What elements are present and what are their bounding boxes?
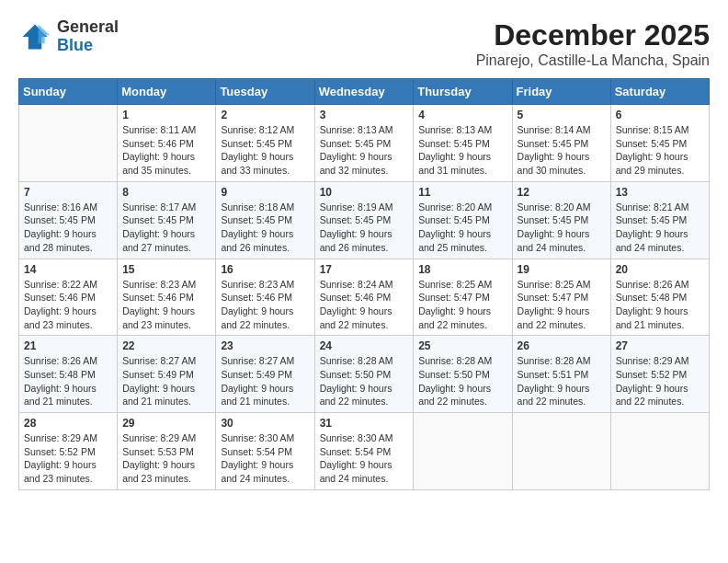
week-row-5: 28Sunrise: 8:29 AMSunset: 5:52 PMDayligh…: [19, 413, 710, 490]
day-number: 27: [616, 339, 704, 352]
calendar-cell: 27Sunrise: 8:29 AMSunset: 5:52 PMDayligh…: [610, 336, 709, 413]
calendar-cell: 20Sunrise: 8:26 AMSunset: 5:48 PMDayligh…: [610, 259, 709, 336]
page-header: General Blue December 2025 Pinarejo, Cas…: [18, 18, 710, 69]
week-row-4: 21Sunrise: 8:26 AMSunset: 5:48 PMDayligh…: [19, 336, 710, 413]
calendar-cell: 29Sunrise: 8:29 AMSunset: 5:53 PMDayligh…: [118, 413, 216, 490]
calendar-cell: 12Sunrise: 8:20 AMSunset: 5:45 PMDayligh…: [512, 181, 610, 259]
calendar-cell: [512, 413, 610, 490]
calendar-cell: 16Sunrise: 8:23 AMSunset: 5:46 PMDayligh…: [216, 259, 314, 336]
week-row-3: 14Sunrise: 8:22 AMSunset: 5:46 PMDayligh…: [19, 259, 710, 336]
calendar-cell: 2Sunrise: 8:12 AMSunset: 5:45 PMDaylight…: [216, 105, 314, 182]
cell-details: Sunrise: 8:27 AMSunset: 5:49 PMDaylight:…: [122, 354, 210, 408]
calendar-cell: 24Sunrise: 8:28 AMSunset: 5:50 PMDayligh…: [314, 336, 414, 413]
cell-details: Sunrise: 8:27 AMSunset: 5:49 PMDaylight:…: [221, 354, 309, 408]
calendar-table: SundayMondayTuesdayWednesdayThursdayFrid…: [18, 78, 710, 490]
calendar-cell: 7Sunrise: 8:16 AMSunset: 5:45 PMDaylight…: [19, 181, 118, 259]
weekday-header-friday: Friday: [512, 79, 610, 105]
day-number: 17: [320, 263, 409, 276]
calendar-cell: [414, 413, 512, 490]
cell-details: Sunrise: 8:25 AMSunset: 5:47 PMDaylight:…: [418, 278, 506, 332]
calendar-cell: 26Sunrise: 8:28 AMSunset: 5:51 PMDayligh…: [512, 336, 610, 413]
weekday-header-row: SundayMondayTuesdayWednesdayThursdayFrid…: [19, 79, 710, 105]
calendar-cell: 23Sunrise: 8:27 AMSunset: 5:49 PMDayligh…: [216, 336, 314, 413]
day-number: 9: [221, 186, 309, 199]
day-number: 25: [418, 339, 506, 352]
logo-text: General Blue: [57, 18, 119, 55]
day-number: 16: [221, 263, 309, 276]
day-number: 6: [616, 109, 704, 121]
logo-icon: [18, 20, 51, 53]
day-number: 23: [221, 339, 309, 352]
cell-details: Sunrise: 8:29 AMSunset: 5:52 PMDaylight:…: [616, 354, 704, 408]
day-number: 31: [320, 417, 409, 430]
day-number: 30: [221, 417, 309, 430]
day-number: 2: [221, 109, 309, 121]
weekday-header-monday: Monday: [118, 79, 216, 105]
week-row-2: 7Sunrise: 8:16 AMSunset: 5:45 PMDaylight…: [19, 181, 710, 259]
day-number: 29: [122, 417, 210, 430]
cell-details: Sunrise: 8:17 AMSunset: 5:45 PMDaylight:…: [122, 201, 210, 255]
calendar-cell: 31Sunrise: 8:30 AMSunset: 5:54 PMDayligh…: [314, 413, 414, 490]
calendar-cell: 22Sunrise: 8:27 AMSunset: 5:49 PMDayligh…: [118, 336, 216, 413]
cell-details: Sunrise: 8:20 AMSunset: 5:45 PMDaylight:…: [518, 201, 606, 255]
cell-details: Sunrise: 8:15 AMSunset: 5:45 PMDaylight:…: [616, 123, 704, 178]
day-number: 28: [24, 417, 112, 430]
cell-details: Sunrise: 8:22 AMSunset: 5:46 PMDaylight:…: [24, 278, 112, 332]
cell-details: Sunrise: 8:25 AMSunset: 5:47 PMDaylight:…: [518, 278, 606, 332]
cell-details: Sunrise: 8:28 AMSunset: 5:50 PMDaylight:…: [320, 354, 409, 408]
calendar-cell: 19Sunrise: 8:25 AMSunset: 5:47 PMDayligh…: [512, 259, 610, 336]
day-number: 10: [320, 186, 409, 199]
calendar-title: December 2025: [476, 18, 710, 52]
day-number: 21: [24, 339, 112, 352]
calendar-cell: 10Sunrise: 8:19 AMSunset: 5:45 PMDayligh…: [314, 181, 414, 259]
cell-details: Sunrise: 8:21 AMSunset: 5:45 PMDaylight:…: [616, 201, 704, 255]
cell-details: Sunrise: 8:18 AMSunset: 5:45 PMDaylight:…: [221, 201, 309, 255]
cell-details: Sunrise: 8:28 AMSunset: 5:50 PMDaylight:…: [418, 354, 506, 408]
weekday-header-wednesday: Wednesday: [314, 79, 414, 105]
calendar-cell: 9Sunrise: 8:18 AMSunset: 5:45 PMDaylight…: [216, 181, 314, 259]
cell-details: Sunrise: 8:13 AMSunset: 5:45 PMDaylight:…: [418, 123, 506, 178]
calendar-cell: 21Sunrise: 8:26 AMSunset: 5:48 PMDayligh…: [19, 336, 118, 413]
calendar-cell: [610, 413, 709, 490]
title-block: December 2025 Pinarejo, Castille-La Manc…: [476, 18, 710, 69]
cell-details: Sunrise: 8:29 AMSunset: 5:52 PMDaylight:…: [24, 431, 112, 486]
calendar-cell: 5Sunrise: 8:14 AMSunset: 5:45 PMDaylight…: [512, 105, 610, 182]
day-number: 5: [518, 109, 606, 121]
calendar-cell: 25Sunrise: 8:28 AMSunset: 5:50 PMDayligh…: [414, 336, 512, 413]
day-number: 26: [518, 339, 606, 352]
day-number: 18: [418, 263, 506, 276]
day-number: 22: [122, 339, 210, 352]
calendar-cell: 18Sunrise: 8:25 AMSunset: 5:47 PMDayligh…: [414, 259, 512, 336]
calendar-cell: 3Sunrise: 8:13 AMSunset: 5:45 PMDaylight…: [314, 105, 414, 182]
svg-marker-1: [39, 24, 51, 43]
day-number: 8: [122, 186, 210, 199]
day-number: 20: [616, 263, 704, 276]
logo: General Blue: [18, 18, 119, 55]
cell-details: Sunrise: 8:13 AMSunset: 5:45 PMDaylight:…: [320, 123, 409, 178]
day-number: 14: [24, 263, 112, 276]
cell-details: Sunrise: 8:19 AMSunset: 5:45 PMDaylight:…: [320, 201, 409, 255]
cell-details: Sunrise: 8:14 AMSunset: 5:45 PMDaylight:…: [518, 123, 606, 178]
cell-details: Sunrise: 8:29 AMSunset: 5:53 PMDaylight:…: [122, 431, 210, 486]
cell-details: Sunrise: 8:23 AMSunset: 5:46 PMDaylight:…: [122, 278, 210, 332]
day-number: 7: [24, 186, 112, 199]
day-number: 11: [418, 186, 506, 199]
weekday-header-tuesday: Tuesday: [216, 79, 314, 105]
cell-details: Sunrise: 8:16 AMSunset: 5:45 PMDaylight:…: [24, 201, 112, 255]
calendar-cell: 28Sunrise: 8:29 AMSunset: 5:52 PMDayligh…: [19, 413, 118, 490]
weekday-header-saturday: Saturday: [610, 79, 709, 105]
cell-details: Sunrise: 8:26 AMSunset: 5:48 PMDaylight:…: [616, 278, 704, 332]
cell-details: Sunrise: 8:30 AMSunset: 5:54 PMDaylight:…: [221, 431, 309, 486]
calendar-cell: 6Sunrise: 8:15 AMSunset: 5:45 PMDaylight…: [610, 105, 709, 182]
day-number: 19: [518, 263, 606, 276]
day-number: 4: [418, 109, 506, 121]
calendar-subtitle: Pinarejo, Castille-La Mancha, Spain: [476, 52, 710, 69]
weekday-header-thursday: Thursday: [414, 79, 512, 105]
day-number: 3: [320, 109, 409, 121]
cell-details: Sunrise: 8:23 AMSunset: 5:46 PMDaylight:…: [221, 278, 309, 332]
cell-details: Sunrise: 8:24 AMSunset: 5:46 PMDaylight:…: [320, 278, 409, 332]
day-number: 13: [616, 186, 704, 199]
calendar-cell: 11Sunrise: 8:20 AMSunset: 5:45 PMDayligh…: [414, 181, 512, 259]
calendar-cell: 14Sunrise: 8:22 AMSunset: 5:46 PMDayligh…: [19, 259, 118, 336]
calendar-cell: 17Sunrise: 8:24 AMSunset: 5:46 PMDayligh…: [314, 259, 414, 336]
